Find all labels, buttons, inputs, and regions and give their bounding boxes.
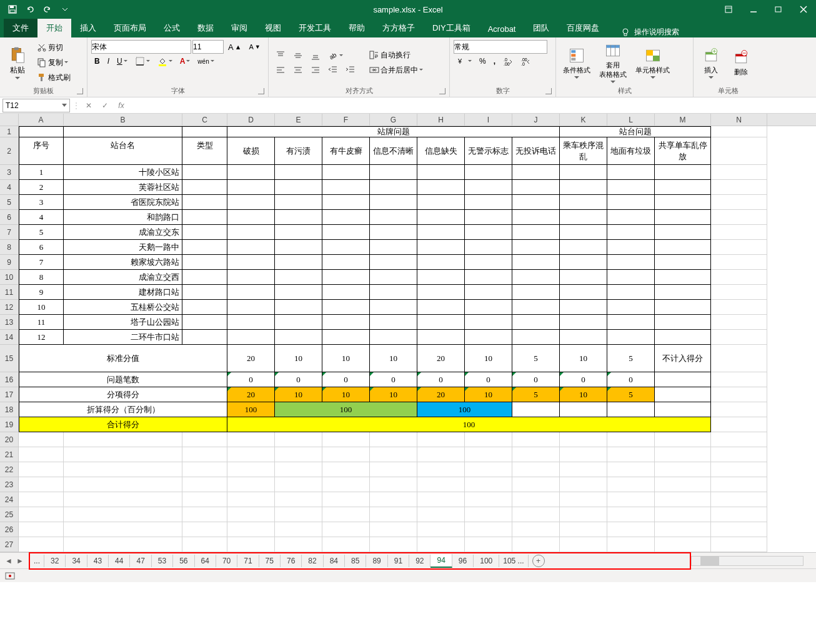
align-top-button[interactable] [272, 49, 289, 62]
cell[interactable]: 不计入得分 [655, 345, 711, 372]
cell[interactable] [607, 507, 655, 522]
cell[interactable]: 11 [19, 315, 64, 330]
cell[interactable]: 0 [417, 372, 465, 387]
cell[interactable] [655, 522, 711, 537]
sheet-tab-92[interactable]: 92 [409, 555, 430, 567]
cell[interactable]: 0 [275, 372, 322, 387]
cell[interactable] [560, 402, 607, 417]
cell[interactable] [19, 432, 64, 447]
cell[interactable] [370, 315, 417, 330]
col-header-D[interactable]: D [227, 114, 275, 126]
decrease-decimal-button[interactable]: .00.0 [517, 54, 534, 68]
maximize-button[interactable] [766, 0, 791, 19]
clipboard-dialog-launcher[interactable] [77, 88, 83, 94]
cell[interactable] [512, 270, 560, 285]
cell[interactable]: 十陵小区站 [64, 165, 182, 180]
col-header-N[interactable]: N [711, 114, 767, 126]
cell[interactable] [607, 285, 655, 300]
cell[interactable] [512, 285, 560, 300]
cell[interactable] [322, 507, 370, 522]
cell[interactable] [711, 417, 767, 432]
formula-input[interactable] [134, 101, 816, 110]
cell[interactable]: 0 [512, 372, 560, 387]
tab-formulas[interactable]: 公式 [155, 19, 189, 37]
cell[interactable]: 10 [370, 345, 417, 372]
cell[interactable] [512, 522, 560, 537]
cell[interactable] [182, 255, 227, 270]
cell[interactable] [275, 285, 322, 300]
format-table-button[interactable]: 套用 表格格式 [596, 40, 630, 85]
increase-font-button[interactable]: A▲ [225, 40, 244, 54]
cell[interactable] [275, 492, 322, 507]
cell[interactable] [417, 165, 465, 180]
cell[interactable] [370, 507, 417, 522]
tab-team[interactable]: 团队 [524, 19, 558, 37]
cell[interactable] [465, 195, 512, 210]
cell[interactable] [417, 195, 465, 210]
cell[interactable] [655, 330, 711, 345]
tab-insert[interactable]: 插入 [71, 19, 105, 37]
cell[interactable] [560, 300, 607, 315]
cell[interactable] [182, 507, 227, 522]
cell[interactable] [560, 507, 607, 522]
cell[interactable] [19, 447, 64, 462]
cell[interactable]: 20 [417, 345, 465, 372]
cell[interactable] [711, 195, 767, 210]
cell[interactable] [560, 165, 607, 180]
cell[interactable] [322, 522, 370, 537]
underline-button[interactable]: U [114, 54, 131, 68]
number-format-select[interactable] [454, 40, 547, 54]
cell[interactable]: 折算得分（百分制） [19, 402, 227, 417]
cell[interactable] [465, 537, 512, 552]
cell[interactable] [417, 492, 465, 507]
cell[interactable]: 天鹅一路中 [64, 240, 182, 255]
cell[interactable] [417, 432, 465, 447]
row-header-11[interactable]: 11 [0, 285, 19, 300]
cell[interactable] [275, 447, 322, 462]
cell[interactable]: 1 [19, 165, 64, 180]
horizontal-scrollbar[interactable] [691, 556, 804, 566]
sheet-tab-91[interactable]: 91 [388, 555, 409, 567]
cell[interactable] [607, 255, 655, 270]
sheet-tab-44[interactable]: 44 [109, 555, 130, 567]
cell[interactable]: 序号 [19, 126, 64, 165]
tab-scroll-left[interactable]: ◄ [4, 557, 14, 565]
cell[interactable] [417, 240, 465, 255]
cell[interactable] [607, 522, 655, 537]
cell[interactable] [607, 537, 655, 552]
cell[interactable] [560, 462, 607, 477]
cell[interactable] [512, 180, 560, 195]
cell[interactable] [370, 240, 417, 255]
sheet-tab-84[interactable]: 84 [324, 555, 345, 567]
cell[interactable] [275, 240, 322, 255]
cell[interactable] [19, 462, 64, 477]
col-header-I[interactable]: I [465, 114, 512, 126]
cell[interactable]: 12 [19, 330, 64, 345]
cell[interactable] [465, 330, 512, 345]
cell[interactable] [182, 300, 227, 315]
tab-acrobat[interactable]: Acrobat [479, 21, 525, 37]
cell[interactable] [711, 330, 767, 345]
sheet-tab-32[interactable]: 32 [44, 555, 66, 567]
cell[interactable] [182, 240, 227, 255]
cell[interactable] [370, 537, 417, 552]
cell[interactable]: 100 [227, 417, 711, 432]
cell[interactable] [182, 210, 227, 225]
cell[interactable] [19, 522, 64, 537]
cell[interactable] [512, 402, 560, 417]
sheet-tab-100[interactable]: 100 [474, 555, 499, 567]
cell[interactable] [275, 330, 322, 345]
tab-layout[interactable]: 页面布局 [105, 19, 155, 37]
cell[interactable] [182, 285, 227, 300]
tab-diy[interactable]: DIY工具箱 [424, 19, 479, 37]
cell[interactable] [607, 462, 655, 477]
cell[interactable] [560, 315, 607, 330]
cell[interactable] [711, 507, 767, 522]
cell[interactable] [711, 492, 767, 507]
cell[interactable] [275, 522, 322, 537]
cell[interactable]: 5 [607, 345, 655, 372]
sheet-tab-64[interactable]: 64 [195, 555, 216, 567]
cell[interactable] [607, 402, 655, 417]
cell[interactable] [322, 225, 370, 240]
sheet-tab-75[interactable]: 75 [259, 555, 281, 567]
